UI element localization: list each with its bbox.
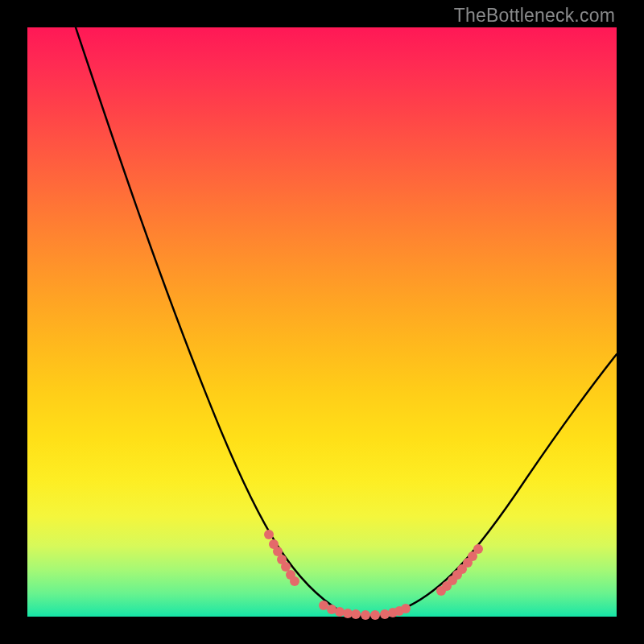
svg-point-4 — [281, 562, 291, 572]
bottleneck-curve — [76, 27, 617, 617]
svg-point-17 — [401, 604, 411, 613]
svg-point-11 — [351, 609, 361, 619]
svg-point-0 — [264, 530, 274, 539]
svg-point-6 — [290, 576, 299, 586]
svg-point-13 — [370, 610, 380, 620]
svg-point-14 — [380, 609, 390, 619]
svg-point-12 — [361, 610, 370, 620]
svg-point-25 — [473, 544, 483, 554]
svg-point-9 — [335, 607, 345, 617]
bottleneck-curve-svg — [27, 27, 617, 617]
chart-frame — [27, 27, 617, 617]
watermark-text: TheBottleneck.com — [454, 5, 615, 27]
